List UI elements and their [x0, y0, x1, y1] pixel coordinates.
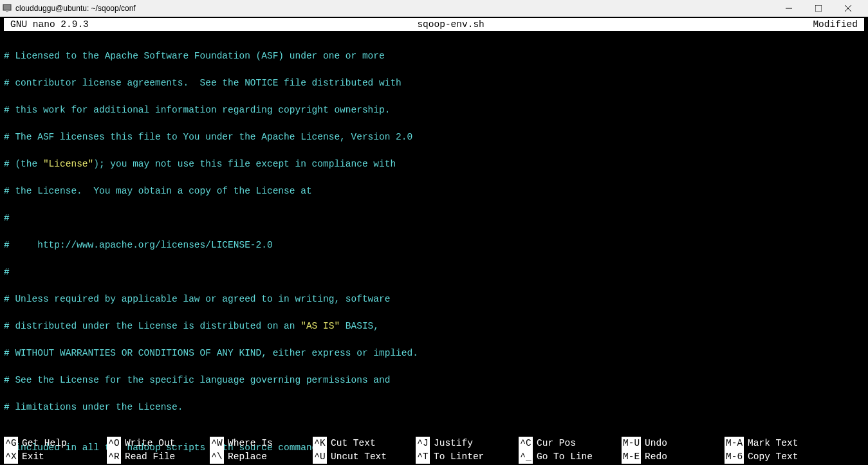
shortcut-row-1: ^GGet Help ^OWrite Out ^WWhere Is ^KCut … — [4, 437, 864, 450]
shortcut-cut-text[interactable]: ^KCut Text — [313, 437, 416, 450]
editor-line: # Unless required by applicable law or a… — [4, 293, 867, 306]
close-button[interactable] — [833, 0, 863, 17]
window-titlebar: cloudduggu@ubuntu: ~/sqoop/conf — [0, 0, 868, 17]
nano-statusbar: GNU nano 2.9.3 sqoop-env.sh Modified — [4, 18, 864, 31]
nano-filename: sqoop-env.sh — [89, 18, 813, 32]
editor-area[interactable]: # Licensed to the Apache Software Founda… — [0, 32, 868, 465]
shortcut-write-out[interactable]: ^OWrite Out — [107, 437, 210, 450]
shortcut-read-file[interactable]: ^RRead File — [107, 450, 210, 464]
shortcut-justify[interactable]: ^JJustify — [416, 437, 519, 450]
editor-line: # — [4, 212, 867, 225]
editor-line: # — [4, 266, 867, 279]
nano-version: GNU nano 2.9.3 — [10, 18, 89, 32]
shortcut-uncut-text[interactable]: ^UUncut Text — [313, 450, 416, 464]
editor-line: # (the "License"); you may not use this … — [4, 158, 867, 171]
editor-line: # limitations under the License. — [4, 401, 867, 414]
shortcut-undo[interactable]: M-UUndo — [622, 437, 725, 450]
nano-modified-flag: Modified — [813, 18, 858, 32]
editor-line: # contributor license agreements. See th… — [4, 77, 867, 90]
svg-rect-3 — [815, 5, 822, 12]
editor-line: # http://www.apache.org/licenses/LICENSE… — [4, 239, 867, 252]
shortcut-to-linter[interactable]: ^TTo Linter — [416, 450, 519, 464]
shortcut-redo[interactable]: M-ERedo — [622, 450, 725, 464]
editor-line: # this work for additional information r… — [4, 104, 867, 117]
svg-rect-0 — [3, 5, 11, 10]
shortcut-mark-text[interactable]: M-AMark Text — [725, 437, 827, 450]
minimize-button[interactable] — [774, 0, 804, 17]
svg-rect-1 — [6, 10, 8, 12]
editor-line: # The ASF licenses this file to You unde… — [4, 131, 867, 144]
shortcut-replace[interactable]: ^\Replace — [210, 450, 313, 464]
shortcut-go-to-line[interactable]: ^_Go To Line — [519, 450, 622, 464]
editor-line: # WITHOUT WARRANTIES OR CONDITIONS OF AN… — [4, 347, 867, 360]
shortcut-get-help[interactable]: ^GGet Help — [4, 437, 107, 450]
putty-icon — [3, 4, 12, 13]
titlebar-left: cloudduggu@ubuntu: ~/sqoop/conf — [3, 2, 136, 15]
editor-line: # the License. You may obtain a copy of … — [4, 185, 867, 198]
editor-line: # Licensed to the Apache Software Founda… — [4, 50, 867, 63]
nano-shortcut-bar: ^GGet Help ^OWrite Out ^WWhere Is ^KCut … — [0, 437, 868, 465]
shortcut-copy-text[interactable]: M-6Copy Text — [725, 450, 827, 464]
shortcut-cur-pos[interactable]: ^CCur Pos — [519, 437, 622, 450]
editor-line: # distributed under the License is distr… — [4, 320, 867, 333]
shortcut-where-is[interactable]: ^WWhere Is — [210, 437, 313, 450]
shortcut-row-2: ^XExit ^RRead File ^\Replace ^UUncut Tex… — [4, 450, 864, 464]
window-controls — [774, 0, 863, 17]
maximize-button[interactable] — [804, 0, 833, 17]
window-title: cloudduggu@ubuntu: ~/sqoop/conf — [15, 2, 136, 15]
editor-line: # See the License for the specific langu… — [4, 374, 867, 387]
shortcut-exit[interactable]: ^XExit — [4, 450, 107, 464]
